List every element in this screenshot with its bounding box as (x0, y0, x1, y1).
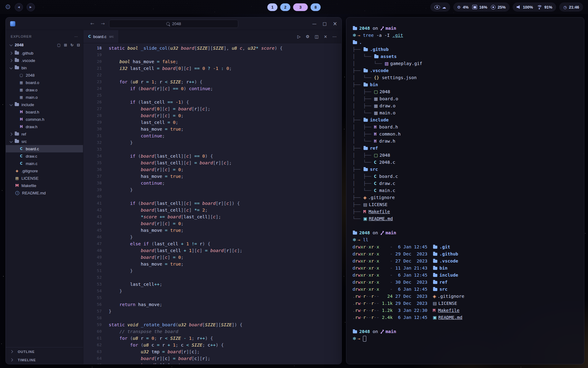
explorer-item-src[interactable]: src (6, 138, 83, 145)
explorer-item-main.c[interactable]: Cmain.c (6, 160, 83, 167)
code-line-59[interactable]: 59static void _rotate_board(u32 board[SI… (83, 321, 341, 328)
code-line-36[interactable]: 36 board[r][c] = 0; (83, 166, 341, 173)
code-line-23[interactable]: 23 for (u8 r = 1; r < SIZE; r++) { (83, 79, 341, 85)
code-line-19[interactable]: 19 (83, 52, 341, 58)
code-line-22[interactable]: 22 (83, 72, 341, 79)
code-line-32[interactable]: 32 } (83, 139, 341, 146)
outline-panel[interactable]: OUTLINE (6, 347, 83, 356)
explorer-item-board.h[interactable]: Hboard.h (6, 108, 83, 116)
explorer-item-bin[interactable]: bin (6, 64, 83, 71)
code-line-60[interactable]: 60 // transpose the board (83, 328, 341, 335)
code-line-40[interactable]: 40 (83, 193, 341, 200)
code-line-42[interactable]: 42 board[last_cell][c] *= 2; (83, 207, 341, 213)
media-prev-button[interactable]: ◀ (15, 3, 23, 11)
back-button[interactable]: ← (90, 21, 94, 26)
code-line-39[interactable]: 39 } (83, 186, 341, 193)
explorer-item-draw.h[interactable]: Hdraw.h (6, 123, 83, 130)
explorer-item-main.o[interactable]: ▦main.o (6, 94, 83, 101)
close-button[interactable]: × (333, 21, 337, 26)
timeline-panel[interactable]: TIMELINE (6, 356, 83, 364)
explorer-item-.vscode[interactable]: .vscode (6, 57, 83, 64)
minimize-button[interactable]: — (312, 21, 317, 26)
audio-network-widget[interactable]: 100% 91% (513, 2, 556, 12)
code-line-49[interactable]: 49 board[r][c] = 0; (83, 254, 341, 261)
code-line-65[interactable]: 65 board[c][r] = tmp; (83, 362, 341, 364)
run-button[interactable]: ▷ (297, 34, 300, 39)
code-line-35[interactable]: 35 board[last_cell][c] = board[r][c]; (83, 159, 341, 166)
code-line-26[interactable]: 26 if (last_cell == -1) { (83, 99, 341, 105)
workspace-1[interactable]: 1 (267, 3, 277, 11)
media-next-button[interactable]: ▶ (27, 3, 35, 11)
code-line-28[interactable]: 28 board[r][c] = 0; (83, 112, 341, 119)
explorer-item-ref[interactable]: ref (6, 130, 83, 138)
code-line-34[interactable]: 34 if (board[last_cell][c] == 0) { (83, 153, 341, 159)
explorer-root-folder[interactable]: 2048 ▢⊞↻⊟ (6, 41, 83, 49)
explorer-item-common.h[interactable]: Hcommon.h (6, 116, 83, 123)
workspace-8[interactable]: 8 (311, 3, 321, 11)
code-line-37[interactable]: 37 has_move = true; (83, 173, 341, 180)
system-stats[interactable]: ⚙ 4% 16% 25% (453, 2, 510, 12)
refresh-button[interactable]: ↻ (70, 43, 74, 47)
code-line-61[interactable]: 61 for (u8 r = 0; r < SIZE - 1; r++) { (83, 335, 341, 342)
code-line-24[interactable]: 24 if (board[r][c] == 0) continue; (83, 85, 341, 92)
code-line-31[interactable]: 31 continue; (83, 132, 341, 139)
explorer-item-LICENSE[interactable]: ▤LICENSE (6, 174, 83, 182)
code-line-43[interactable]: 43 *score += board[last_cell][c]; (83, 213, 341, 220)
code-line-45[interactable]: 45 has_move = true; (83, 227, 341, 234)
terminal-window[interactable]: 2048 on main❄ → tree -a -I .git.├── .git… (346, 17, 584, 364)
explorer-item-README.md[interactable]: iREADME.md (6, 189, 83, 197)
code-line-29[interactable]: 29 last_cell = 0; (83, 119, 341, 126)
tab-board-c[interactable]: C board.c src (83, 30, 119, 43)
new-folder-button[interactable]: ⊞ (64, 43, 67, 47)
code-line-58[interactable]: 58 (83, 315, 341, 321)
launcher-icon[interactable]: ⚙ (5, 4, 11, 10)
code-line-63[interactable]: 63 u32 tmp = board[r][c]; (83, 348, 341, 355)
clock-widget[interactable]: ◷ 21:46 (559, 2, 583, 12)
code-line-56[interactable]: 56 return has_move; (83, 301, 341, 308)
explorer-item-include[interactable]: include (6, 101, 83, 108)
code-line-54[interactable]: 54 } (83, 288, 341, 294)
explorer-item-board.o[interactable]: ▦board.o (6, 79, 83, 86)
new-file-button[interactable]: ▢ (57, 43, 60, 47)
explorer-item-.github[interactable]: .github (6, 49, 83, 57)
split-button[interactable]: ◫ (315, 34, 318, 39)
explorer-more-icon[interactable]: ⋯ (74, 35, 78, 38)
code-line-25[interactable]: 25 (83, 92, 341, 99)
forward-button[interactable]: → (101, 21, 105, 26)
collapse-all-button[interactable]: ⊟ (77, 43, 80, 47)
maximize-button[interactable]: □ (323, 21, 327, 26)
workspace-2[interactable]: 2 (280, 3, 290, 11)
code-line-30[interactable]: 30 has_move = true; (83, 126, 341, 132)
more-button[interactable]: ⋯ (333, 34, 337, 39)
code-line-33[interactable]: 33 (83, 146, 341, 153)
code-line-48[interactable]: 48 board[last_cell + 1][c] = board[r][c]… (83, 247, 341, 254)
code-line-57[interactable]: 57} (83, 308, 341, 315)
code-line-20[interactable]: 20 bool has_move = false; (83, 58, 341, 65)
code-line-21[interactable]: 21 i32 last_cell = board[0][c] == 0 ? -1… (83, 65, 341, 72)
explorer-item-draw.o[interactable]: ▦draw.o (6, 86, 83, 94)
code-line-55[interactable]: 55 (83, 294, 341, 301)
code-line-46[interactable]: 46 } (83, 234, 341, 240)
code-line-47[interactable]: 47 else if (last_cell + 1 != r) { (83, 240, 341, 247)
code-line-51[interactable]: 51 } (83, 267, 341, 274)
code-line-53[interactable]: 53 last_cell++; (83, 281, 341, 288)
explorer-item-draw.c[interactable]: Cdraw.c (6, 152, 83, 160)
code-line-27[interactable]: 27 board[0][c] = board[r][c]; (83, 105, 341, 112)
code-line-18[interactable]: 18static bool _slide_col(u32 board[SIZE]… (83, 45, 341, 52)
code-line-38[interactable]: 38 continue; (83, 180, 341, 186)
code-line-64[interactable]: 64 board[r][c] = board[c][r]; (83, 355, 341, 362)
explorer-item-.gitignore[interactable]: ◈.gitignore (6, 167, 83, 174)
code-editor[interactable]: 18static bool _slide_col(u32 board[SIZE]… (83, 43, 341, 364)
code-line-41[interactable]: 41 if (board[last_cell][c] == board[r][c… (83, 200, 341, 207)
gear-button[interactable]: ⚙ (306, 34, 309, 39)
workspace-3[interactable]: 3 (293, 3, 308, 11)
close-button[interactable]: × (324, 34, 327, 39)
explorer-item-board.c[interactable]: Cboard.c (6, 145, 83, 152)
weather-widget[interactable]: ☁ (430, 2, 450, 12)
code-line-50[interactable]: 50 has_move = true; (83, 261, 341, 267)
code-line-52[interactable]: 52 (83, 274, 341, 281)
explorer-item-Makefile[interactable]: MMakefile (6, 182, 83, 189)
code-line-44[interactable]: 44 board[r][c] = 0; (83, 220, 341, 227)
code-line-62[interactable]: 62 for (u8 c = r + 1; c < SIZE; c++) { (83, 342, 341, 348)
explorer-item-2048[interactable]: ▢2048 (6, 71, 83, 79)
